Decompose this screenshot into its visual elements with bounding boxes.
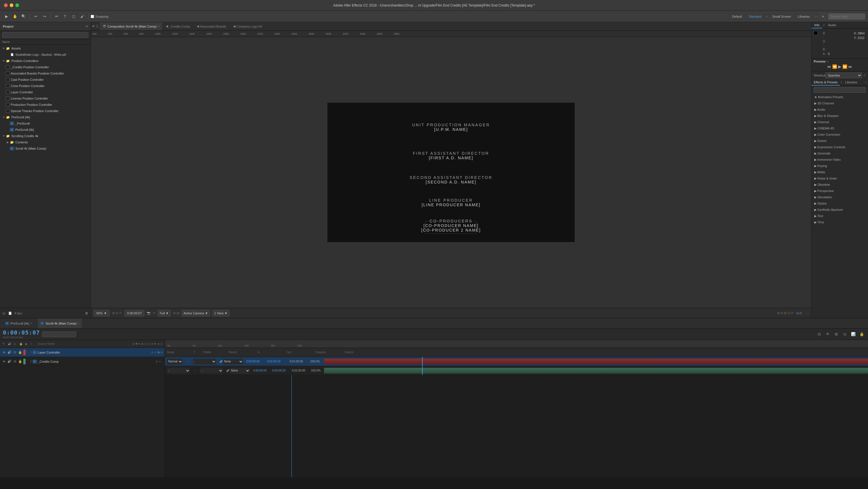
effects-item[interactable]: ▶ Channel: [811, 119, 868, 125]
expand-icon[interactable]: ⛶: [805, 312, 808, 315]
effects-item[interactable]: ★ Animation Presets: [811, 94, 868, 100]
layer-row-2[interactable]: 👁 🔊 ⊟ 🔒 2 C _Credits Comp ⊟ ✏ -: [0, 357, 164, 366]
effects-item[interactable]: ▶ Matte: [811, 169, 868, 175]
pen-tool[interactable]: ✏: [53, 13, 60, 20]
lock-btn-1[interactable]: 🔒: [18, 350, 23, 355]
new-folder-icon[interactable]: 🗂: [2, 311, 6, 315]
checkbox-credits-pos[interactable]: [6, 65, 10, 69]
type-tool[interactable]: T: [61, 13, 69, 20]
project-menu-icon[interactable]: ≡: [86, 24, 88, 28]
vis-btn-1[interactable]: 👁: [2, 350, 6, 355]
checkbox-crew-pos[interactable]: [6, 84, 10, 88]
preview-menu-icon[interactable]: ≡: [827, 60, 829, 63]
tree-item-contents[interactable]: ▶ 📁 Contents: [0, 139, 91, 145]
audio-btn-2[interactable]: 🔊: [7, 359, 12, 364]
lock-btn-2[interactable]: 🔒: [18, 359, 23, 364]
search-input[interactable]: [828, 13, 865, 20]
effects-item[interactable]: ▶ Blur & Sharpen: [811, 113, 868, 119]
tree-item-assets[interactable]: ▼ 📁 Assets: [0, 45, 91, 52]
parent-select-2[interactable]: None: [230, 368, 250, 374]
tab-info[interactable]: Info: [811, 22, 822, 28]
snapping-checkbox[interactable]: [91, 15, 94, 18]
arrow-tool[interactable]: ▶: [3, 13, 10, 20]
info-menu-icon[interactable]: ≡: [822, 22, 825, 28]
effects-menu-icon[interactable]: ≡: [840, 79, 843, 86]
tab-nav-arrow-2[interactable]: ◀: [197, 25, 199, 28]
checkbox-cast-pos[interactable]: [6, 78, 10, 82]
audio-btn-1[interactable]: 🔊: [7, 350, 12, 355]
tl-tab-close-prescroll[interactable]: ✕: [30, 322, 33, 325]
maximize-button[interactable]: [16, 3, 19, 7]
tree-item-prod-pos[interactable]: Production Position Controller: [0, 102, 91, 108]
effects-item[interactable]: ▶ Perspective: [811, 188, 868, 194]
effects-item[interactable]: ▶ Synthetic Aperture: [811, 206, 868, 213]
tree-item-prescroll-comp[interactable]: C _PreScroll: [0, 120, 91, 126]
tree-item-scroll-main[interactable]: C Scroll 4k (Main Comp): [0, 145, 91, 152]
tree-item-credits-pos[interactable]: _Credits Position Controller: [0, 64, 91, 70]
tree-item-layer-ctrl[interactable]: Layer Controller: [0, 89, 91, 95]
tab-company-logo[interactable]: ◀ Company Logo 04: [230, 25, 265, 28]
tree-item-license-pos[interactable]: License Position Controller: [0, 95, 91, 102]
switch-fx-1[interactable]: fx: [157, 351, 160, 354]
play-btn[interactable]: ▶: [838, 64, 841, 69]
tl-tab-prescroll[interactable]: C PreScroll [4k] ✕: [3, 322, 35, 325]
tab-nav-arrow-3[interactable]: ◀: [233, 25, 235, 28]
panel-menu-btn[interactable]: ☰: [96, 25, 99, 28]
prev-frame-btn[interactable]: ⏪: [832, 64, 837, 69]
solo-btn-1[interactable]: ⊟: [12, 350, 17, 355]
close-button[interactable]: [4, 3, 8, 7]
shape-tool[interactable]: ◻: [70, 13, 77, 20]
trkmat-select-2[interactable]: -: [200, 368, 223, 374]
tree-item-studiobinder[interactable]: 📄 StudioBinder Logo - Stacked - White.pd…: [0, 52, 91, 58]
tl-btn-solo[interactable]: ⊟: [816, 331, 823, 338]
view-dropdown[interactable]: 1 View ▼: [212, 310, 230, 316]
workspace-more[interactable]: >>: [814, 15, 818, 18]
workspace-standard[interactable]: Standard: [746, 14, 764, 19]
effects-item[interactable]: ▶ Audio: [811, 106, 868, 113]
timecode-display[interactable]: 0:00:05:07: [3, 329, 40, 336]
shortcut-select[interactable]: Spacebar: [825, 73, 862, 78]
effects-item[interactable]: ▶ Stylize: [811, 200, 868, 206]
effects-item[interactable]: ▶ Simulation: [811, 194, 868, 200]
mode-select-2[interactable]: -: [167, 368, 190, 374]
tl-btn-motion-blur[interactable]: ◎: [841, 331, 848, 338]
tab-credits-comp[interactable]: ◀ _Credits Comp: [163, 25, 193, 28]
tree-item-cast-pos[interactable]: Cast Position Controller: [0, 77, 91, 83]
tl-btn-frame-blend[interactable]: ⊠: [833, 331, 840, 338]
tree-item-prescroll-folder[interactable]: ▼ 📁 PreScroll [4k]: [0, 114, 91, 120]
effects-item[interactable]: ▶ Text: [811, 213, 868, 219]
trkmat-dropdown-1[interactable]: -: [193, 359, 216, 365]
effects-search-input[interactable]: [814, 87, 866, 93]
mode-select-1[interactable]: Normal: [167, 359, 183, 365]
new-comp-icon[interactable]: 📋: [8, 311, 12, 315]
workspace-default[interactable]: Default: [730, 14, 744, 19]
workspace-smallscreen[interactable]: Small Screen: [770, 14, 793, 19]
quality-dropdown[interactable]: Full ▼: [158, 310, 171, 316]
minimize-button[interactable]: [10, 3, 13, 7]
effects-item[interactable]: ▶ CINEMA 4D: [811, 125, 868, 132]
effects-item[interactable]: ▶ Noise & Grain: [811, 175, 868, 181]
parent-select-1[interactable]: None: [223, 359, 243, 365]
effects-item[interactable]: ▶ Expression Controls: [811, 144, 868, 150]
tl-tab-scroll-main[interactable]: C Scroll 4k (Main Comp) ≡: [38, 318, 82, 328]
solo-btn-2[interactable]: ⊟: [12, 359, 17, 364]
next-frame-btn[interactable]: ⏩: [842, 64, 847, 69]
close-panel-icon[interactable]: ✕: [92, 25, 95, 28]
last-frame-btn[interactable]: ⏭: [848, 64, 852, 69]
workspace-menu-icon[interactable]: ≡: [766, 15, 768, 18]
tl-btn-hide-shy[interactable]: 👁: [824, 331, 831, 338]
tab-scroll-main[interactable]: 🎬 Composition Scroll 4k (Main Comp) ≡: [100, 22, 163, 30]
tree-item-special-thanks[interactable]: Special Thanks Position Controller: [0, 108, 91, 114]
checkbox-special-thanks[interactable]: [6, 109, 10, 113]
effects-item[interactable]: ▶ 3D Channel: [811, 100, 868, 106]
tab-nav-arrow-1[interactable]: ◀: [166, 25, 168, 28]
tab-assoc-brands[interactable]: ◀ Associated Brands: [194, 25, 229, 28]
tree-item-scrolling-credits[interactable]: ▼ 📁 Scrolling Credits 4k: [0, 133, 91, 139]
tab-audio[interactable]: Audio: [825, 22, 839, 28]
effects-item[interactable]: ▶ Time: [811, 219, 868, 225]
tree-item-prescroll-4k[interactable]: C PreScroll [4k]: [0, 126, 91, 133]
tab-menu-icon-1[interactable]: ≡: [158, 25, 160, 28]
tree-item-assoc-brands[interactable]: Associated Brands Positioin Controller: [0, 70, 91, 77]
effects-expand-icon[interactable]: >: [864, 79, 868, 86]
zoom-control[interactable]: 50% ▼: [94, 310, 110, 316]
